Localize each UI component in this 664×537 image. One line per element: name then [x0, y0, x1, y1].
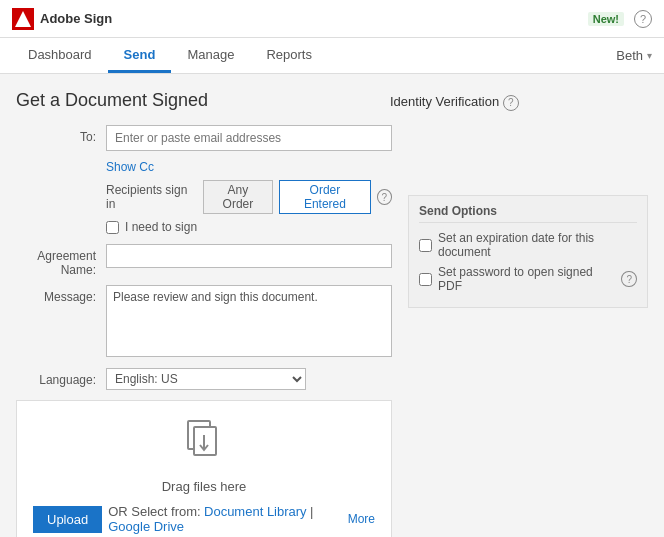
nav-manage[interactable]: Manage [171, 38, 250, 73]
upload-area: Drag files here Upload OR Select from: D… [16, 400, 392, 537]
i-need-to-sign-checkbox[interactable] [106, 221, 119, 234]
select-from-label: OR Select from: Document Library | Googl… [108, 504, 341, 534]
page-title: Get a Document Signed [16, 90, 648, 111]
language-label: Language: [16, 368, 106, 387]
order-entered-button[interactable]: Order Entered [279, 180, 370, 214]
drag-text: Drag files here [162, 479, 247, 494]
user-name: Beth [616, 48, 643, 63]
send-options-title: Send Options [419, 204, 637, 223]
password-help-icon[interactable]: ? [621, 271, 637, 287]
password-checkbox[interactable] [419, 273, 432, 286]
any-order-button[interactable]: Any Order [203, 180, 274, 214]
expiration-option-row: Set an expiration date for this document [419, 231, 637, 259]
language-row: Language: English: US [16, 368, 392, 390]
adobe-logo-icon [12, 8, 34, 30]
separator: | [310, 504, 313, 519]
app-header: Adobe Sign New! ? [0, 0, 664, 38]
password-label: Set password to open signed PDF [438, 265, 615, 293]
drag-files-icon [180, 417, 228, 473]
sign-order-row: Recipients sign in Any Order Order Enter… [16, 180, 392, 214]
send-options-panel: Send Options Set an expiration date for … [408, 125, 648, 537]
password-option-row: Set password to open signed PDF ? [419, 265, 637, 293]
more-link[interactable]: More [348, 512, 375, 526]
show-cc-link[interactable]: Show Cc [106, 160, 154, 174]
recipients-sign-label: Recipients sign in [106, 183, 197, 211]
sign-order-help-icon[interactable]: ? [377, 189, 392, 205]
show-cc-row: Show Cc [16, 159, 392, 174]
identity-verification-header: Identity Verification ? [390, 94, 519, 111]
main-content: Get a Document Signed Identity Verificat… [0, 74, 664, 537]
i-need-to-sign-label: I need to sign [125, 220, 197, 234]
nav-items: Dashboard Send Manage Reports [12, 38, 328, 73]
header-right: New! ? [588, 10, 652, 28]
message-row: Message: Please review and sign this doc… [16, 285, 392, 360]
app-name: Adobe Sign [40, 11, 112, 26]
language-select[interactable]: English: US [106, 368, 306, 390]
language-content: English: US [106, 368, 392, 390]
identity-label: Identity Verification [390, 94, 499, 109]
to-input[interactable] [106, 125, 392, 151]
google-drive-link[interactable]: Google Drive [108, 519, 184, 534]
expiration-label: Set an expiration date for this document [438, 231, 637, 259]
nav-send[interactable]: Send [108, 38, 172, 73]
agreement-name-row: Agreement Name: [16, 244, 392, 277]
svg-marker-0 [15, 11, 31, 27]
nav-dashboard[interactable]: Dashboard [12, 38, 108, 73]
agreement-name-input[interactable] [106, 244, 392, 268]
user-menu[interactable]: Beth ▾ [616, 48, 652, 63]
upload-actions: Upload OR Select from: Document Library … [33, 504, 375, 534]
form-left: Identity Verification ? To: Show Cc Reci… [16, 125, 392, 537]
logo: Adobe Sign [12, 8, 112, 30]
document-library-link[interactable]: Document Library [204, 504, 307, 519]
new-badge: New! [588, 12, 624, 26]
nav-reports[interactable]: Reports [250, 38, 328, 73]
chevron-down-icon: ▾ [647, 50, 652, 61]
to-label: To: [16, 125, 106, 144]
agreement-name-content [106, 244, 392, 268]
message-content: Please review and sign this document. [106, 285, 392, 360]
form-section: Identity Verification ? To: Show Cc Reci… [16, 125, 648, 537]
to-field-content [106, 125, 392, 151]
upload-button[interactable]: Upload [33, 506, 102, 533]
to-field-row: To: [16, 125, 392, 151]
expiration-checkbox[interactable] [419, 239, 432, 252]
identity-help-icon[interactable]: ? [503, 95, 519, 111]
message-label: Message: [16, 285, 106, 304]
main-nav: Dashboard Send Manage Reports Beth ▾ [0, 38, 664, 74]
message-textarea[interactable]: Please review and sign this document. [106, 285, 392, 357]
i-need-to-sign-row: I need to sign [16, 220, 392, 234]
send-options-box: Send Options Set an expiration date for … [408, 195, 648, 308]
agreement-name-label: Agreement Name: [16, 244, 106, 277]
help-icon[interactable]: ? [634, 10, 652, 28]
